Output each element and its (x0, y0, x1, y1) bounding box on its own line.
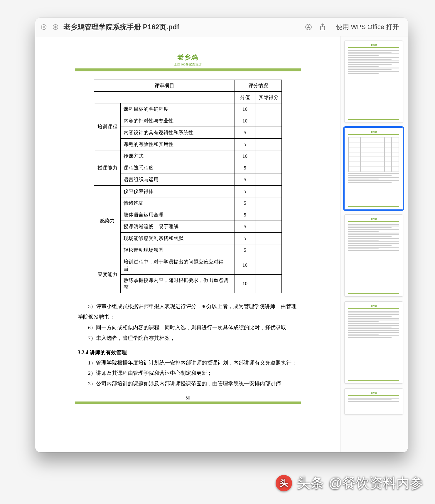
maximize-icon[interactable] (52, 23, 59, 31)
item-cell: 课程的有效性和实用性 (121, 139, 235, 150)
item-cell: 语言组织与运用 (121, 174, 235, 186)
item-cell: 内容的针对性与专业性 (121, 115, 235, 127)
actual-score-cell (255, 139, 282, 150)
category-cell: 培训课程 (94, 103, 121, 150)
close-icon[interactable] (40, 23, 48, 31)
markup-icon[interactable] (304, 22, 313, 32)
item-cell: 课程目标的明确程度 (121, 103, 235, 115)
actual-score-cell (255, 127, 282, 139)
actual-score-cell (255, 150, 282, 162)
doc-brand: 老乡鸡 (75, 53, 301, 62)
page-thumbnail-current[interactable]: 老乡鸡 (344, 127, 403, 210)
score-cell: 5 (235, 244, 255, 256)
category-cell: 应变能力 (94, 256, 121, 293)
page-thumbnail[interactable]: 老乡鸡 (344, 301, 403, 384)
paragraph-7: 7）未入选者，管理学院留存其档案， (78, 333, 298, 344)
actual-score-cell (255, 174, 282, 186)
col-project: 评审项目 (94, 80, 235, 92)
actual-score-cell (255, 103, 282, 115)
score-cell: 5 (235, 174, 255, 186)
page-thumbnail[interactable]: 老乡鸡 (344, 41, 403, 123)
item-cell: 课程熟悉程度 (121, 162, 235, 174)
actual-score-cell (255, 221, 282, 233)
score-cell: 10 (235, 115, 255, 127)
col-score: 分值 (235, 92, 255, 103)
share-icon[interactable] (318, 22, 328, 32)
item-cell: 培训过程中，对于学员提出的问题应该应对得当； (121, 256, 235, 275)
score-cell: 10 (235, 103, 255, 115)
page-thumbnail[interactable]: 老乡鸡 (344, 214, 403, 297)
open-with-button[interactable]: 使用 WPS Office 打开 (332, 21, 403, 33)
page-thumbnail[interactable]: 老乡鸡 (344, 388, 403, 415)
pdf-page: 老乡鸡 全国400多家直营店 评审项目 评分情况 分值 实际得分 培训课程课程目… (60, 45, 316, 443)
page-number: 60 (75, 396, 301, 400)
score-cell: 5 (235, 197, 255, 209)
doc-tagline: 全国400多家直营店 (75, 62, 301, 67)
list-item-3: 3）公司内部培训的课题如涉及内部讲师授课范围的，由管理学院统一安排内部讲师 (78, 379, 298, 389)
pdf-preview-window: 老乡鸡管理学院系统手册 P162页.pdf 使用 WPS Office 打开 老… (35, 18, 408, 452)
list-item-2: 2）讲师及其课程由管理学院和营运中心制定和更新； (78, 368, 298, 379)
footer-divider (75, 401, 301, 404)
col-actual: 实际得分 (255, 92, 282, 103)
score-cell: 10 (235, 275, 255, 293)
evaluation-table: 评审项目 评分情况 分值 实际得分 培训课程课程目标的明确程度10内容的针对性与… (94, 80, 282, 293)
item-cell: 仪容仪表得体 (121, 186, 235, 197)
titlebar: 老乡鸡管理学院系统手册 P162页.pdf 使用 WPS Office 打开 (35, 18, 408, 36)
item-cell: 内容设计的具有逻辑性和系统性 (121, 127, 235, 139)
item-cell: 轻松带动现场氛围 (121, 244, 235, 256)
watermark-author: @餐饮资料内参 (328, 474, 423, 492)
svg-point-4 (306, 24, 312, 30)
item-cell: 熟练掌握授课内容，随时根据要求，做出重点调整 (121, 275, 235, 293)
item-cell: 现场能够感受到亲切和幽默 (121, 233, 235, 244)
window-title: 老乡鸡管理学院系统手册 P162页.pdf (63, 22, 179, 32)
item-cell: 授课方式 (121, 150, 235, 162)
watermark: 头 头条 @餐饮资料内参 (276, 474, 423, 492)
page-viewport[interactable]: 老乡鸡 全国400多家直营店 评审项目 评分情况 分值 实际得分 培训课程课程目… (35, 36, 340, 452)
item-cell: 情绪饱满 (121, 197, 235, 209)
actual-score-cell (255, 209, 282, 221)
toutiao-logo-icon: 头 (276, 475, 292, 491)
category-cell: 授课能力 (94, 150, 121, 186)
actual-score-cell (255, 233, 282, 244)
paragraph-5: 5）评审小组成员根据讲师申报人表现进行评分，80分以上者，成为管理学院讲师，由管… (78, 301, 298, 322)
score-cell: 10 (235, 150, 255, 162)
score-cell: 5 (235, 162, 255, 174)
thumbnail-sidebar[interactable]: 老乡鸡 老乡鸡 (340, 36, 408, 452)
score-cell: 5 (235, 209, 255, 221)
actual-score-cell (255, 197, 282, 209)
actual-score-cell (255, 275, 282, 293)
actual-score-cell (255, 115, 282, 127)
score-cell: 5 (235, 139, 255, 150)
watermark-brand: 头条 (297, 474, 324, 492)
score-cell: 5 (235, 127, 255, 139)
list-item-1: 1）管理学院根据年度培训计划统一安排内部讲师的授课计划，内部讲师有义务遵照执行； (78, 358, 298, 368)
category-cell: 感染力 (94, 186, 121, 256)
item-cell: 肢体语言运用合理 (121, 209, 235, 221)
header-divider (75, 68, 301, 71)
section-heading: 3.2.4 讲师的有效管理 (78, 349, 298, 356)
actual-score-cell (255, 186, 282, 197)
score-cell: 10 (235, 256, 255, 275)
score-cell: 5 (235, 233, 255, 244)
actual-score-cell (255, 244, 282, 256)
item-cell: 授课清晰流畅，易于理解 (121, 221, 235, 233)
col-scoring: 评分情况 (235, 80, 282, 92)
score-cell: 5 (235, 186, 255, 197)
paragraph-6: 6）同一方向或相似内容的课程，同时入选，则再进行一次具体成绩的比对，择优录取 (78, 322, 298, 333)
score-cell: 5 (235, 221, 255, 233)
actual-score-cell (255, 162, 282, 174)
actual-score-cell (255, 256, 282, 275)
